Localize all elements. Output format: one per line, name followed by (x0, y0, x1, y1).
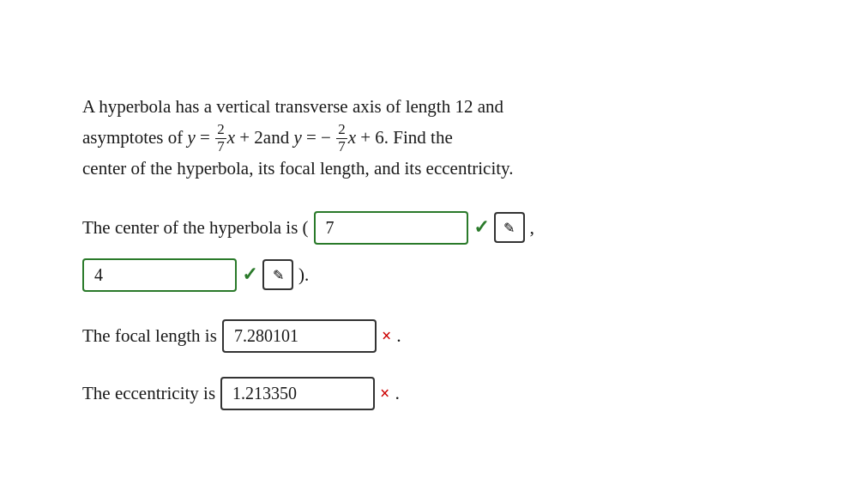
main-container: A hyperbola has a vertical transverse ax… (48, 67, 820, 436)
problem-line1: A hyperbola has a vertical transverse ax… (82, 93, 786, 122)
problem-line3: center of the hyperbola, its focal lengt… (82, 155, 786, 184)
focal-row: The focal length is × . (82, 319, 786, 353)
center-x-check-icon: ✓ (473, 216, 489, 239)
center-label: The center of the hyperbola is ( (82, 217, 309, 239)
center-y-input[interactable] (82, 258, 237, 292)
frac1-numerator: 2 (215, 122, 226, 139)
center-row-2: ✓ ✎ ). (82, 258, 786, 292)
frac2-denominator: 7 (336, 139, 347, 155)
center-y-check-icon: ✓ (242, 264, 257, 286)
focal-length-input[interactable] (222, 319, 377, 353)
focal-x-icon: × (382, 326, 391, 346)
asymptotes-label: asymptotes of y = (82, 124, 214, 153)
focal-label: The focal length is (82, 325, 217, 347)
eccentricity-label: The eccentricity is (82, 383, 215, 404)
pencil-icon-2: ✎ (273, 267, 284, 283)
comma-separator: , (530, 216, 535, 239)
pencil-icon: ✎ (503, 220, 515, 236)
problem-statement: A hyperbola has a vertical transverse ax… (82, 93, 786, 184)
focal-period: . (396, 324, 401, 347)
problem-line2: asymptotes of y = 2 7 x + 2and y = − 2 7… (82, 122, 786, 155)
center-x-input[interactable] (314, 211, 468, 245)
eq1-suffix: x + 2and y = − (227, 124, 336, 153)
center-close: ). (298, 264, 309, 286)
frac2-numerator: 2 (336, 122, 347, 139)
eccentricity-input[interactable] (220, 377, 375, 410)
center-y-pencil-button[interactable]: ✎ (262, 259, 293, 290)
eccentricity-period: . (395, 382, 401, 404)
fraction-1: 2 7 (215, 122, 226, 155)
eccentricity-row: The eccentricity is × . (82, 377, 786, 410)
center-x-pencil-button[interactable]: ✎ (494, 212, 525, 243)
fraction-2: 2 7 (336, 122, 347, 155)
frac1-denominator: 7 (215, 139, 226, 155)
eq2-suffix: x + 6. Find the (348, 124, 453, 153)
eccentricity-x-icon: × (380, 384, 389, 403)
center-row-1: The center of the hyperbola is ( ✓ ✎ , (82, 211, 786, 245)
